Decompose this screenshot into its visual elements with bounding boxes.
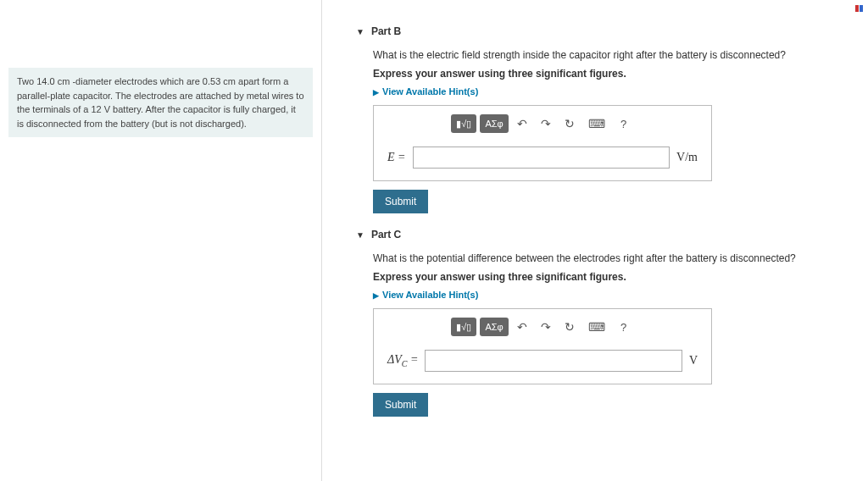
help-button[interactable]: ? — [614, 114, 634, 133]
part-b-question: What is the electric field strength insi… — [373, 49, 851, 61]
keyboard-button[interactable]: ⌨ — [583, 114, 610, 133]
redo-button[interactable]: ↷ — [536, 114, 556, 133]
collapse-icon: ▼ — [356, 27, 364, 36]
page-container: Two 14.0 cm -diameter electrodes which a… — [0, 0, 868, 481]
part-c-header[interactable]: ▼ Part C — [356, 229, 851, 240]
templates-button[interactable]: ▮√▯ — [451, 318, 476, 336]
part-b-answer-input[interactable] — [413, 147, 670, 169]
part-b-hints-toggle[interactable]: ▶View Available Hint(s) — [373, 86, 851, 97]
part-b-variable: E = — [387, 151, 406, 164]
part-b-unit: V/m — [676, 151, 698, 164]
symbols-button[interactable]: ΑΣφ — [480, 114, 508, 133]
part-b-header[interactable]: ▼ Part B — [356, 25, 851, 37]
templates-button[interactable]: ▮√▯ — [451, 114, 476, 133]
undo-button[interactable]: ↶ — [512, 318, 532, 336]
part-b-input-row: E = V/m — [374, 140, 711, 180]
part-c-unit: V — [689, 354, 698, 368]
window-decoration — [855, 5, 863, 12]
part-c-toolbar: ▮√▯ ΑΣφ ↶ ↷ ↻ ⌨ ? — [374, 309, 711, 343]
part-b-express: Express your answer using three signific… — [373, 68, 851, 80]
reset-button[interactable]: ↻ — [559, 318, 580, 336]
hints-label: View Available Hint(s) — [382, 290, 478, 300]
help-button[interactable]: ? — [614, 318, 634, 336]
part-c-title: Part C — [371, 229, 401, 240]
undo-button[interactable]: ↶ — [512, 114, 532, 133]
part-b-toolbar: ▮√▯ ΑΣφ ↶ ↷ ↻ ⌨ ? — [374, 106, 711, 140]
part-b-title: Part B — [371, 25, 401, 37]
keyboard-button[interactable]: ⌨ — [583, 318, 610, 336]
part-c-answer-input[interactable] — [425, 350, 682, 372]
right-column: ▼ Part B What is the electric field stre… — [322, 0, 868, 481]
left-column: Two 14.0 cm -diameter electrodes which a… — [0, 0, 322, 481]
collapse-icon: ▼ — [356, 230, 364, 240]
part-c-submit-button[interactable]: Submit — [373, 393, 428, 417]
expand-icon: ▶ — [373, 88, 379, 97]
part-b-answer-box: ▮√▯ ΑΣφ ↶ ↷ ↻ ⌨ ? E = V/m — [373, 105, 712, 181]
part-c: ▼ Part C What is the potential differenc… — [356, 229, 851, 417]
part-c-input-row: ΔVC = V — [374, 343, 711, 384]
reset-button[interactable]: ↻ — [559, 114, 580, 133]
part-c-answer-box: ▮√▯ ΑΣφ ↶ ↷ ↻ ⌨ ? ΔVC = V — [373, 308, 712, 384]
redo-button[interactable]: ↷ — [536, 318, 556, 336]
part-b: ▼ Part B What is the electric field stre… — [356, 25, 851, 213]
part-c-variable: ΔVC = — [387, 353, 418, 368]
expand-icon: ▶ — [373, 291, 379, 300]
part-c-hints-toggle[interactable]: ▶View Available Hint(s) — [373, 290, 851, 300]
part-c-express: Express your answer using three signific… — [373, 271, 851, 283]
symbols-button[interactable]: ΑΣφ — [480, 318, 508, 336]
part-b-submit-button[interactable]: Submit — [373, 190, 428, 213]
problem-statement: Two 14.0 cm -diameter electrodes which a… — [8, 68, 313, 137]
hints-label: View Available Hint(s) — [382, 86, 478, 97]
part-c-question: What is the potential difference between… — [373, 252, 851, 264]
